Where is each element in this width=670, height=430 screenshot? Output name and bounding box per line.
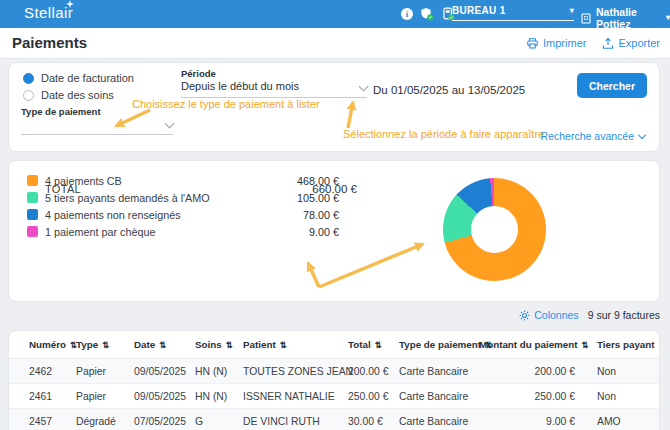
chevron-down-icon	[165, 119, 175, 129]
sort-icon: ⇅	[659, 340, 660, 350]
gear-icon	[519, 310, 530, 321]
table-cell: 250.00 €	[348, 384, 389, 409]
sort-icon: ⇅	[582, 340, 589, 350]
total-row: TOTAL 660.00 €	[27, 183, 357, 195]
chevron-down-icon: ▾	[570, 7, 574, 15]
period-select[interactable]: Depuis le début du mois	[181, 80, 367, 98]
column-header-total[interactable]: Total⇅	[348, 331, 389, 359]
table-cell: Dégradé	[76, 409, 134, 430]
table-cell: HN (N)	[195, 359, 243, 384]
table-row[interactable]: 2457Dégradé07/05/2025GDE VINCI RUTH30.00…	[9, 409, 660, 430]
page-title: Paiements	[12, 28, 87, 58]
table-cell: TOUTES ZONES JEAN	[243, 359, 348, 384]
app-logo[interactable]: Stellair	[24, 4, 73, 21]
total-label: TOTAL	[45, 183, 312, 195]
legend-item: 1 paiement par chèque9.00 €	[27, 223, 339, 240]
chevron-down-icon	[359, 82, 369, 92]
export-icon	[602, 37, 614, 50]
office-selector[interactable]: BUREAU 1 ▾	[452, 5, 574, 21]
column-label: Patient	[243, 339, 276, 350]
table-cell: Non	[585, 359, 660, 384]
table-cell: Non	[585, 384, 660, 409]
table-cell: Carte Bancaire	[389, 409, 479, 430]
advanced-search-link[interactable]: Recherche avancée	[541, 130, 645, 142]
date-range-text: Du 01/05/2025 au 13/05/2025	[373, 84, 525, 96]
columns-button[interactable]: Colonnes	[519, 309, 578, 321]
column-header-type-de-paiement[interactable]: Type de paiement⇅	[389, 331, 479, 359]
radio-unselected-icon	[23, 90, 34, 101]
office-name: BUREAU 1	[452, 5, 506, 16]
table-cell: 200.00 €	[479, 359, 585, 384]
table-cell: Papier	[76, 359, 134, 384]
column-header-date[interactable]: Date⇅	[134, 331, 195, 359]
table-cell: 2462	[9, 359, 76, 384]
shield-check-icon[interactable]	[420, 7, 434, 21]
print-label: Imprimer	[543, 37, 586, 49]
radio-billing-label: Date de facturation	[41, 72, 134, 84]
table-cell: Carte Bancaire	[389, 384, 479, 409]
table-cell: Papier	[76, 384, 134, 409]
sort-icon: ⇅	[375, 340, 382, 350]
table-cell: ISSNER NATHALIE	[243, 384, 348, 409]
advanced-search-label: Recherche avancée	[541, 130, 634, 142]
column-header-tiers-payant[interactable]: Tiers payant⇅	[585, 331, 660, 359]
legend-label: 1 paiement par chèque	[45, 226, 309, 238]
topbar-status-icons: i	[401, 0, 455, 28]
table-cell: AMO	[585, 409, 660, 430]
search-button[interactable]: Chercher	[577, 73, 647, 98]
info-icon[interactable]: i	[401, 8, 413, 20]
table-cell: 250.00 €	[479, 384, 585, 409]
invoice-count: 9 sur 9 factures	[588, 309, 660, 321]
column-label: Soins	[195, 339, 222, 350]
legend-swatch	[27, 226, 38, 237]
export-label: Exporter	[618, 37, 660, 49]
table-row[interactable]: 2462Papier09/05/2025HN (N)TOUTES ZONES J…	[9, 359, 660, 384]
column-header-patient[interactable]: Patient⇅	[243, 331, 348, 359]
column-label: Montant du paiement	[479, 339, 578, 350]
star-icon	[66, 0, 74, 8]
user-menu[interactable]: Nathalie Pottiez ▾	[580, 6, 670, 30]
table-cell: 09/05/2025	[134, 384, 195, 409]
hint-period: Sélectionnez la période à faire apparaît…	[343, 128, 544, 140]
column-header-numero[interactable]: Numéro⇅	[9, 331, 76, 359]
radio-care-date[interactable]: Date des soins	[23, 89, 114, 101]
legend-item: 4 paiements non renseignés78.00 €	[27, 206, 339, 223]
table-cell: 200.00 €	[348, 359, 389, 384]
column-header-montant-du-paiement[interactable]: Montant du paiement⇅	[479, 331, 585, 359]
period-label: Période	[181, 68, 216, 79]
printer-icon	[526, 37, 539, 50]
sort-icon: ⇅	[280, 340, 287, 350]
table-cell: Carte Bancaire	[389, 359, 479, 384]
column-header-type[interactable]: Type⇅	[76, 331, 134, 359]
legend-value: 9.00 €	[309, 226, 339, 238]
print-button[interactable]: Imprimer	[526, 37, 586, 50]
radio-care-label: Date des soins	[41, 89, 114, 101]
legend-value: 78.00 €	[303, 209, 339, 221]
radio-billing-date[interactable]: Date de facturation	[23, 72, 134, 84]
summary-card: 4 paiements CB468.00 €5 tiers payants de…	[8, 160, 660, 302]
export-button[interactable]: Exporter	[602, 37, 660, 50]
column-label: Date	[134, 339, 155, 350]
table-toolbar: Colonnes 9 sur 9 factures	[0, 305, 660, 325]
sort-icon: ⇅	[226, 340, 233, 350]
table-cell: 9.00 €	[479, 409, 585, 430]
chevron-down-icon: ▾	[666, 14, 670, 22]
chevron-down-icon	[638, 130, 646, 138]
invoice-table: Numéro⇅Type⇅Date⇅Soins⇅Patient⇅Total⇅Typ…	[9, 331, 660, 430]
table-cell: 07/05/2025	[134, 409, 195, 430]
legend-label: 4 paiements non renseignés	[45, 209, 303, 221]
column-header-soins[interactable]: Soins⇅	[195, 331, 243, 359]
table-cell: 30.00 €	[348, 409, 389, 430]
total-value: 660.00 €	[312, 183, 357, 195]
column-label: Tiers payant	[597, 339, 655, 350]
column-label: Numéro	[29, 339, 66, 350]
payment-type-select[interactable]	[21, 115, 173, 135]
app-window: Stellair i	[0, 0, 670, 430]
period-value: Depuis le début du mois	[181, 80, 299, 92]
table-cell: G	[195, 409, 243, 430]
table-cell: HN (N)	[195, 384, 243, 409]
page-header: Paiements Imprimer Exporter	[0, 28, 670, 59]
header-actions: Imprimer Exporter	[526, 28, 660, 58]
table-row[interactable]: 2461Papier09/05/2025HN (N)ISSNER NATHALI…	[9, 384, 660, 409]
table-cell: DE VINCI RUTH	[243, 409, 348, 430]
